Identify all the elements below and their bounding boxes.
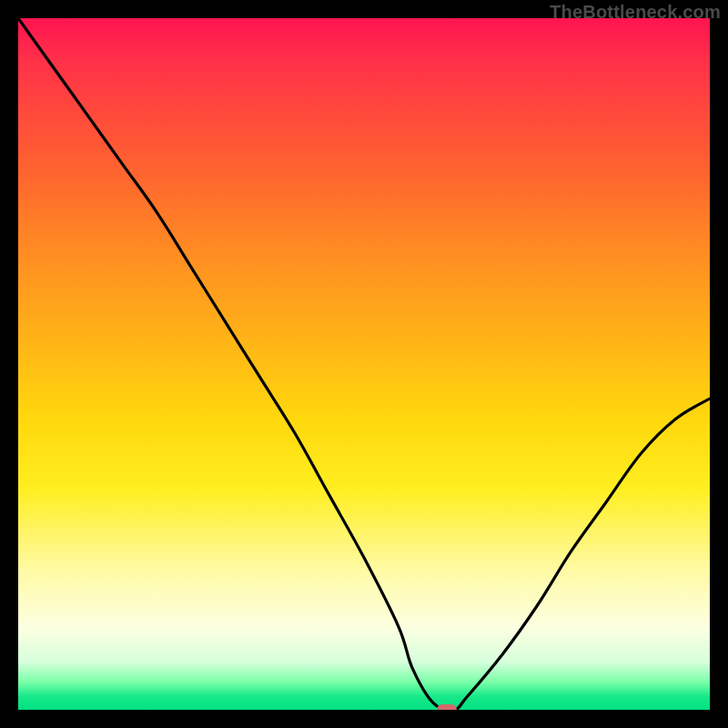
minimum-marker: [437, 704, 457, 710]
watermark-text: TheBottleneck.com: [550, 2, 721, 23]
bottleneck-curve: [18, 18, 710, 710]
plot-area: [18, 18, 710, 710]
chart-frame: TheBottleneck.com: [0, 0, 728, 728]
